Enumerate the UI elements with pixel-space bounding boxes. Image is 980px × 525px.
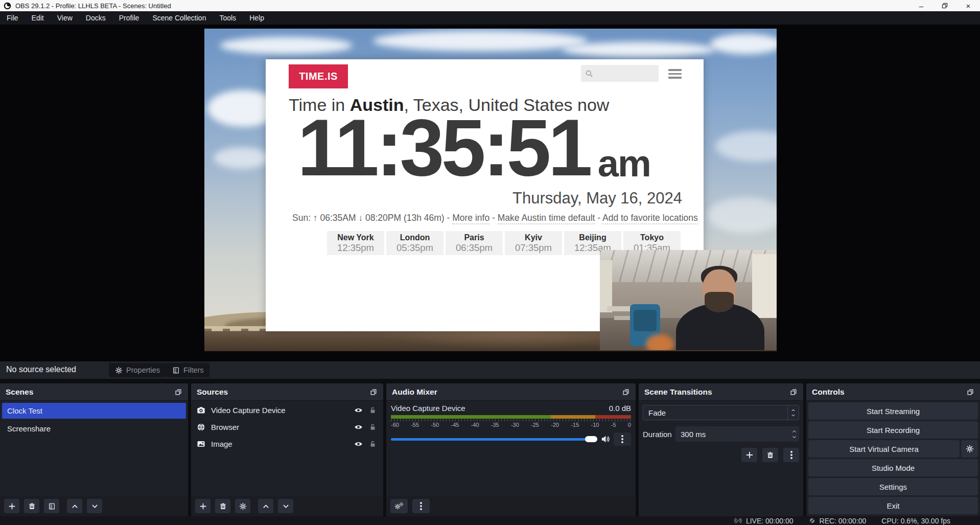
settings-button[interactable]: Settings [808, 478, 978, 495]
popout-icon[interactable] [369, 388, 378, 396]
eye-icon[interactable] [354, 440, 363, 448]
exit-button[interactable]: Exit [808, 497, 978, 514]
remove-transition-button[interactable] [762, 448, 778, 462]
combo-arrows[interactable] [787, 405, 799, 420]
popout-icon[interactable] [174, 388, 182, 396]
timeis-logo: TIME.IS [289, 64, 348, 88]
preview-area[interactable]: TIME.IS Time in Austin, Texas, United St… [0, 25, 980, 361]
scene-item-screenshare[interactable]: Screenshare [2, 421, 186, 437]
popout-icon[interactable] [966, 388, 974, 396]
plus-icon [745, 451, 754, 459]
restore-button[interactable] [933, 0, 956, 11]
menu-item[interactable]: Edit [25, 11, 51, 25]
meter-tick-label: -45 [451, 422, 459, 428]
controls-dock-header[interactable]: Controls [806, 383, 980, 401]
source-item-video-capture[interactable]: Video Capture Device [191, 402, 383, 418]
unlock-icon[interactable] [369, 440, 377, 448]
studio-mode-button[interactable]: Studio Mode [808, 459, 978, 476]
meter-tick-label: -40 [471, 422, 479, 428]
meter-tick-label: -35 [491, 422, 499, 428]
add-favorite-link: Add to favorite locations [602, 213, 698, 224]
chevron-up-icon [262, 503, 270, 510]
hamburger-menu-icon [668, 69, 682, 81]
eye-icon[interactable] [354, 423, 363, 431]
source-item-image[interactable]: Image [191, 436, 383, 451]
more-info-link: More info [452, 213, 489, 224]
virtual-camera-settings-button[interactable] [961, 440, 978, 458]
source-properties-button[interactable] [235, 499, 250, 513]
speaker-icon[interactable] [601, 435, 610, 444]
program-canvas[interactable]: TIME.IS Time in Austin, Texas, United St… [204, 29, 777, 351]
search-box [581, 65, 659, 82]
city-card: Kyiv 07:35pm [505, 231, 562, 255]
advanced-audio-button[interactable] [390, 499, 408, 513]
spin-arrows[interactable] [791, 426, 797, 442]
add-scene-button[interactable] [4, 499, 19, 513]
cloud [214, 147, 270, 169]
unlock-icon[interactable] [369, 423, 377, 431]
city-name: Paris [464, 233, 484, 242]
menu-item[interactable]: Profile [112, 11, 146, 25]
status-bar: LIVE: 00:00:00 REC: 00:00:00 CPU: 0.6%, … [0, 516, 980, 525]
sun-info-line: Sun: ↑ 06:35AM ↓ 08:20PM (13h 46m) - Mor… [292, 213, 698, 223]
duration-spinbox[interactable]: 300 ms [675, 426, 799, 442]
unlock-icon[interactable] [369, 406, 377, 414]
start-virtual-camera-button[interactable]: Start Virtual Camera [808, 440, 960, 458]
menu-item[interactable]: Scene Collection [146, 11, 213, 25]
add-source-button[interactable] [195, 499, 211, 513]
move-scene-down-button[interactable] [87, 499, 102, 513]
cloud [715, 131, 777, 162]
sources-dock-header[interactable]: Sources [191, 383, 383, 401]
volume-slider-handle[interactable] [585, 436, 597, 442]
webcam-source[interactable] [600, 250, 777, 350]
close-button[interactable]: × [956, 0, 980, 11]
minimize-button[interactable]: – [909, 0, 933, 11]
start-streaming-button[interactable]: Start Streaming [808, 402, 978, 420]
menu-item[interactable]: Help [243, 11, 271, 25]
scene-filters-button[interactable] [44, 499, 59, 513]
scenes-dock-header[interactable]: Scenes [0, 383, 188, 401]
record-disc-icon [809, 517, 815, 524]
cloud [562, 42, 715, 57]
meter-tick-label: -30 [511, 422, 519, 428]
city-time: 06:35pm [456, 242, 493, 253]
scene-transitions-dock: Scene Transitions Fade Duration 300 ms [639, 383, 803, 516]
scene-item-clock-test[interactable]: Clock Test [2, 403, 186, 419]
city-name: Tokyo [640, 233, 664, 242]
transition-menu-button[interactable] [783, 448, 799, 462]
plus-icon [199, 503, 207, 510]
transition-select[interactable]: Fade [643, 405, 799, 420]
audio-mixer-header[interactable]: Audio Mixer [386, 383, 636, 401]
plus-icon [8, 503, 16, 510]
filters-button[interactable]: Filters [166, 363, 209, 377]
trash-icon [766, 451, 774, 459]
meter-tick-label: -10 [591, 422, 599, 428]
source-item-browser[interactable]: Browser [191, 419, 383, 435]
popout-icon[interactable] [789, 388, 798, 396]
city-card: Paris 06:35pm [446, 231, 503, 255]
gear-icon [966, 445, 974, 453]
chevron-down-icon [91, 503, 99, 510]
eye-icon[interactable] [354, 406, 363, 415]
transitions-dock-header[interactable]: Scene Transitions [639, 383, 803, 401]
add-transition-button[interactable] [741, 448, 757, 462]
menu-item[interactable]: Docks [79, 11, 112, 25]
remove-source-button[interactable] [215, 499, 230, 513]
kebab-icon [621, 438, 623, 440]
move-source-down-button[interactable] [278, 499, 293, 513]
popout-icon[interactable] [622, 388, 630, 396]
remove-scene-button[interactable] [24, 499, 39, 513]
mixer-menu-button[interactable] [412, 499, 430, 513]
start-recording-button[interactable]: Start Recording [808, 421, 978, 439]
menu-item[interactable]: Tools [213, 11, 243, 25]
mixer-options-button[interactable] [614, 432, 631, 446]
meter-tick-label: -60 [391, 422, 399, 428]
menu-item[interactable]: File [0, 11, 25, 25]
filter-icon [48, 503, 56, 510]
move-scene-up-button[interactable] [67, 499, 82, 513]
volume-slider[interactable] [391, 438, 597, 441]
properties-button[interactable]: Properties [109, 363, 166, 377]
move-source-up-button[interactable] [258, 499, 273, 513]
menu-item[interactable]: View [51, 11, 79, 25]
chevron-up-icon [71, 503, 79, 510]
